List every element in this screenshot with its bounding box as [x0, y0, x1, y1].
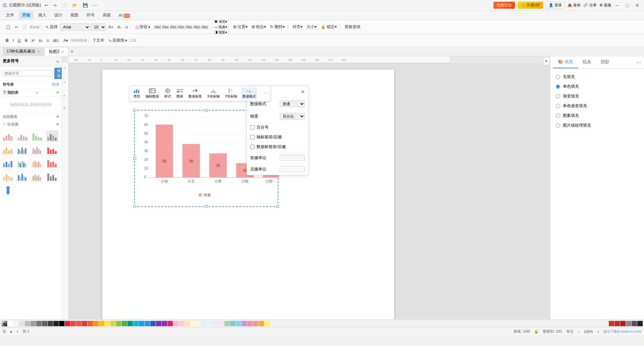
menu-symbol[interactable]: 符号	[83, 11, 98, 19]
color-green-light[interactable]	[196, 321, 201, 326]
add-lib-btn[interactable]: +	[36, 91, 38, 95]
fill-option-single-gradient[interactable]: 单色渐变填充	[554, 101, 641, 111]
close-bar-btn[interactable]: ✕	[56, 122, 59, 127]
color-teal2[interactable]	[230, 321, 235, 326]
color-medium-gray[interactable]	[626, 321, 631, 326]
shape-item-17[interactable]	[2, 184, 14, 196]
menu-ai[interactable]: AI hot	[115, 12, 133, 19]
right-panel-expand-btn[interactable]: ⋯	[636, 59, 641, 66]
handle-br[interactable]	[276, 205, 279, 208]
fill-none-radio[interactable]	[556, 75, 560, 79]
color-gray1[interactable]	[19, 321, 24, 326]
font-size-select[interactable]: 10	[91, 23, 106, 31]
align-btn[interactable]: ≡	[124, 24, 129, 30]
style-btn-chart[interactable]: 样式	[163, 87, 172, 99]
promo-button[interactable]: 优惠活动	[493, 2, 515, 9]
color-d-red[interactable]	[609, 321, 614, 326]
dfp-format-select[interactable]: 普通	[280, 100, 305, 107]
shape-item-10[interactable]	[17, 157, 29, 169]
spacing-btn[interactable]: ab↕	[51, 37, 61, 44]
fill-option-none[interactable]: 无填充	[554, 72, 641, 82]
dfp-suffix-input[interactable]	[280, 166, 305, 172]
position-btn[interactable]: ⊞ 位置▾	[231, 23, 249, 31]
menu-insert[interactable]: 插入	[35, 11, 50, 19]
color-darker-gray[interactable]	[637, 321, 643, 326]
handle-ml[interactable]	[133, 157, 136, 160]
shape-item-8[interactable]	[46, 144, 58, 156]
page-nav-icon[interactable]: ☰	[3, 329, 6, 334]
color-red4[interactable]	[82, 321, 87, 326]
color-gray4[interactable]	[36, 321, 42, 326]
color-d-red3[interactable]	[620, 321, 626, 326]
shape-item-9[interactable]	[2, 157, 14, 169]
tab-2[interactable]: 绘图2 ✕	[45, 47, 68, 56]
fill-solid-radio[interactable]	[556, 84, 560, 89]
font-color-btn[interactable]: A▾	[62, 37, 70, 44]
shape-item-15[interactable]	[32, 170, 44, 183]
login-button[interactable]: 👤 登录	[546, 2, 565, 9]
close-info-btn[interactable]: ✕	[56, 115, 59, 119]
menu-advanced[interactable]: 高级	[99, 11, 114, 19]
font-decrease-btn[interactable]: A-	[116, 24, 123, 30]
color-orange-light[interactable]	[184, 321, 190, 326]
underline-btn[interactable]: U	[16, 37, 22, 44]
color-purple-light[interactable]	[213, 321, 218, 326]
superscript-btn[interactable]: x²	[30, 37, 37, 44]
add-page-btn[interactable]: +	[16, 330, 18, 334]
dfp-prefix-input[interactable]	[280, 155, 305, 161]
redo-btn[interactable]: ↪	[52, 2, 58, 9]
shape-item-5[interactable]	[2, 144, 14, 156]
vip-button[interactable]: 👑 开通VIP	[518, 2, 543, 9]
open-btn[interactable]: 📂	[71, 2, 79, 9]
shape-tool-btn[interactable]: ◻ 形状 ▾	[134, 23, 152, 31]
color-orange2[interactable]	[259, 321, 264, 326]
list-btn[interactable]: ≡	[45, 37, 51, 44]
fill-option-pattern[interactable]: 图案填充	[554, 111, 641, 121]
color-teal[interactable]	[127, 321, 133, 326]
color-light-pink[interactable]	[173, 321, 178, 326]
handle-tc[interactable]	[205, 109, 208, 112]
add-tab-button[interactable]: +	[69, 49, 75, 55]
menu-view[interactable]: 视图	[67, 11, 82, 19]
text-tool-btn[interactable]: T 文本	[92, 37, 106, 44]
font-increase-btn[interactable]: A+	[107, 24, 115, 30]
tab-fill[interactable]: 🎨 填充	[553, 56, 578, 68]
shape-item-11[interactable]	[32, 157, 44, 169]
dfp-axis-prefix-checkbox[interactable]	[250, 135, 255, 139]
color-light-gray[interactable]	[13, 321, 19, 326]
handle-bc[interactable]	[205, 205, 208, 208]
color-red2[interactable]	[70, 321, 76, 326]
zoom-in-btn[interactable]: +	[597, 330, 599, 334]
color-indigo[interactable]	[150, 321, 156, 326]
shape-item-2[interactable]	[17, 130, 29, 142]
combine-btn[interactable]: ⊞ 组合▾	[250, 23, 268, 31]
italic-btn[interactable]: I	[11, 37, 15, 44]
font-family-select[interactable]: Arial	[60, 23, 90, 31]
color-deep-purple[interactable]	[156, 321, 161, 326]
color-d-red2[interactable]	[614, 321, 620, 326]
more-btn[interactable]: ⋯	[92, 2, 99, 9]
color-lime[interactable]	[110, 321, 116, 326]
shape-item-4[interactable]	[46, 130, 58, 142]
fill-image-radio[interactable]	[556, 123, 560, 128]
shape-item-13[interactable]	[2, 170, 14, 183]
paste-btn[interactable]: 📋	[4, 24, 12, 30]
color-purple2[interactable]	[241, 321, 247, 326]
color-pink2[interactable]	[247, 321, 253, 326]
color-yellow2[interactable]	[264, 321, 270, 326]
maximize-btn[interactable]: □	[624, 3, 631, 8]
panel-collapse-btn[interactable]: «	[56, 59, 59, 64]
color-green[interactable]	[122, 321, 127, 326]
rotate-btn[interactable]: ↻ 翻转▾	[268, 23, 286, 31]
shape-item-7[interactable]	[32, 144, 44, 156]
fill-option-solid[interactable]: 单色填充	[554, 82, 641, 91]
fill-gradient-radio[interactable]	[556, 94, 560, 98]
undo-btn[interactable]: ↩	[43, 2, 50, 9]
color-deep-orange[interactable]	[88, 321, 93, 326]
close-btn[interactable]: ✕	[633, 3, 641, 8]
save-btn[interactable]: 💾	[81, 2, 90, 9]
color-light-green[interactable]	[116, 321, 121, 326]
dfp-data-prefix-checkbox[interactable]	[250, 145, 255, 149]
strikethrough-btn[interactable]: S	[23, 37, 29, 44]
canvas-scroll[interactable]: 70 60 50 40 30 20 10 0	[69, 63, 550, 319]
